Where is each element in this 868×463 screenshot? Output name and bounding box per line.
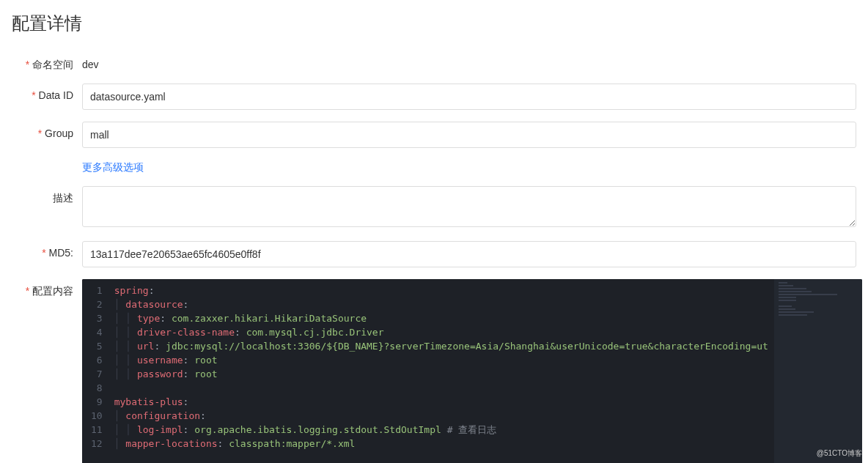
link-advanced-options[interactable]: 更多高级选项 xyxy=(82,160,144,174)
row-advanced: 更多高级选项 xyxy=(12,160,856,174)
row-namespace: 命名空间 dev xyxy=(12,53,856,72)
label-namespace: 命名空间 xyxy=(12,53,82,72)
label-spacer xyxy=(12,160,82,166)
textarea-description[interactable] xyxy=(82,186,856,227)
row-description: 描述 xyxy=(12,186,856,229)
label-content: 配置内容 xyxy=(12,279,82,298)
input-data-id[interactable] xyxy=(82,84,856,110)
row-data-id: Data ID xyxy=(12,84,856,110)
code-body[interactable]: spring:│ datasource:│ │ type: com.zaxxer… xyxy=(108,279,774,463)
label-description: 描述 xyxy=(12,186,82,205)
input-md5[interactable] xyxy=(82,241,856,267)
label-data-id: Data ID xyxy=(12,84,82,101)
label-md5: MD5: xyxy=(12,241,82,259)
page-title: 配置详情 xyxy=(12,12,856,35)
label-group: Group xyxy=(12,122,82,139)
code-minimap[interactable] xyxy=(774,279,862,463)
value-namespace: dev xyxy=(82,53,856,70)
code-gutter: 123456789101112 xyxy=(82,279,108,463)
row-group: Group xyxy=(12,122,856,148)
watermark: @51CTO博客 xyxy=(817,448,862,459)
code-editor[interactable]: 123456789101112 spring:│ datasource:│ │ … xyxy=(82,279,862,463)
row-content: 配置内容 123456789101112 spring:│ datasource… xyxy=(12,279,856,463)
input-group[interactable] xyxy=(82,122,856,148)
row-md5: MD5: xyxy=(12,241,856,267)
